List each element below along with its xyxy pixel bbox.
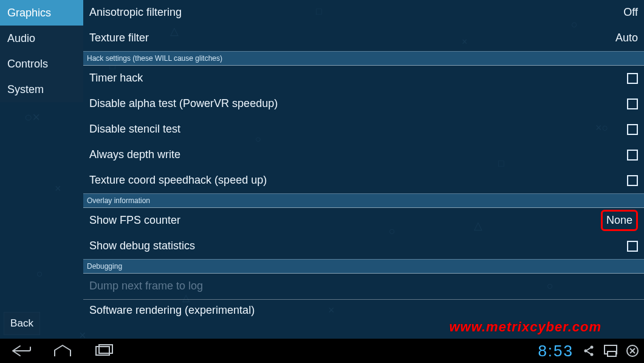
navbar-right: 8:53 xyxy=(538,342,639,361)
row-show-fps-counter[interactable]: Show FPS counter None xyxy=(83,208,644,233)
row-value: Off xyxy=(623,6,638,19)
row-always-depth-write[interactable]: Always depth write xyxy=(83,142,644,168)
row-anisotropic-filtering[interactable]: Anisotropic filtering Off xyxy=(83,0,644,26)
checkbox-icon[interactable] xyxy=(627,175,638,186)
home-icon[interactable] xyxy=(52,344,73,358)
section-hack-settings: Hack settings (these WILL cause glitches… xyxy=(83,51,644,66)
row-label: Timer hack xyxy=(89,72,627,85)
checkbox-icon[interactable] xyxy=(627,150,638,161)
sidebar: Graphics Audio Controls System Back xyxy=(0,0,83,339)
section-overlay-information: Overlay information xyxy=(83,193,644,208)
checkbox-icon[interactable] xyxy=(627,124,638,135)
row-disable-stencil-test[interactable]: Disable stencil test xyxy=(83,117,644,142)
sidebar-item-audio[interactable]: Audio xyxy=(0,26,83,51)
row-label: Texture coord speedhack (speed up) xyxy=(89,174,627,187)
checkbox-icon[interactable] xyxy=(627,241,638,252)
row-label: Show FPS counter xyxy=(89,214,601,227)
row-label: Software rendering (experimental) xyxy=(89,304,638,317)
row-label: Always depth write xyxy=(89,148,627,161)
close-icon[interactable] xyxy=(626,344,639,358)
row-disable-alpha-test[interactable]: Disable alpha test (PowerVR speedup) xyxy=(83,91,644,117)
row-label: Dump next frame to log xyxy=(89,280,638,292)
share-icon[interactable] xyxy=(582,344,595,358)
row-show-debug-statistics[interactable]: Show debug statistics xyxy=(83,233,644,259)
row-label: Disable alpha test (PowerVR speedup) xyxy=(89,97,627,110)
row-label: Texture filter xyxy=(89,32,615,44)
status-clock: 8:53 xyxy=(538,342,574,361)
recent-icon[interactable] xyxy=(94,344,114,358)
row-texture-filter[interactable]: Texture filter Auto xyxy=(83,26,644,51)
row-label: Anisotropic filtering xyxy=(89,6,623,19)
row-label: Disable stencil test xyxy=(89,123,627,136)
android-navbar: 8:53 xyxy=(0,339,644,363)
row-timer-hack[interactable]: Timer hack xyxy=(83,66,644,91)
cast-icon[interactable] xyxy=(604,344,617,358)
checkbox-icon[interactable] xyxy=(627,99,638,109)
navbar-left xyxy=(11,344,114,358)
back-icon[interactable] xyxy=(11,344,32,358)
sidebar-item-graphics[interactable]: Graphics xyxy=(0,0,83,26)
settings-content: Anisotropic filtering Off Texture filter… xyxy=(83,0,644,339)
back-button[interactable]: Back xyxy=(4,312,40,335)
row-label: Show debug statistics xyxy=(89,240,627,252)
sidebar-item-controls[interactable]: Controls xyxy=(0,51,83,77)
row-texture-coord-speedhack[interactable]: Texture coord speedhack (speed up) xyxy=(83,168,644,193)
highlight-box: None xyxy=(601,210,638,231)
svg-rect-6 xyxy=(608,351,616,356)
checkbox-icon[interactable] xyxy=(627,73,638,84)
row-software-rendering[interactable]: Software rendering (experimental) xyxy=(83,300,644,322)
row-dump-next-frame[interactable]: Dump next frame to log xyxy=(83,274,644,299)
sidebar-item-system[interactable]: System xyxy=(0,77,83,102)
row-value: Auto xyxy=(615,32,638,44)
row-value: None xyxy=(606,214,632,227)
section-debugging: Debugging xyxy=(83,259,644,274)
sidebar-items: Graphics Audio Controls System xyxy=(0,0,83,102)
watermark: www.metrixcyber.com xyxy=(449,319,601,335)
